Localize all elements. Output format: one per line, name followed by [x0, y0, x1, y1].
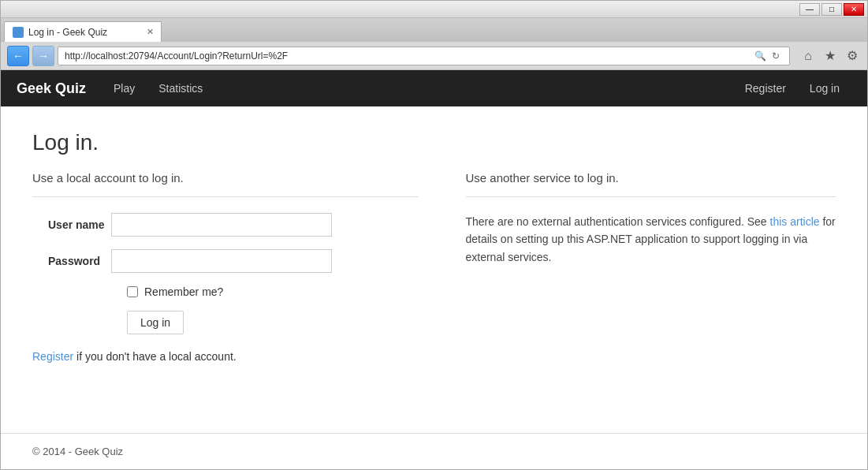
password-input[interactable] [111, 249, 332, 273]
title-bar: — □ ✕ [1, 1, 867, 18]
nav-right: Register Log in [733, 73, 851, 104]
this-article-link[interactable]: this article [770, 215, 820, 228]
site-nav: Geek Quiz Play Statistics Register Log i… [1, 70, 867, 106]
register-text: Register if you don't have a local accou… [32, 350, 419, 363]
page-title: Log in. [32, 130, 836, 155]
restore-button[interactable]: □ [821, 3, 842, 16]
content-grid: Use a local account to log in. User name… [32, 171, 836, 363]
external-text: There are no external authentication ser… [466, 213, 836, 266]
url-bar[interactable]: http://localhost:20794/Account/Login?Ret… [58, 47, 790, 65]
back-button[interactable]: ← [7, 46, 29, 66]
register-link[interactable]: Register [32, 350, 73, 363]
close-button[interactable]: ✕ [844, 3, 864, 16]
forward-button[interactable]: → [32, 46, 54, 66]
left-section: Use a local account to log in. User name… [32, 171, 419, 363]
title-bar-buttons: — □ ✕ [799, 3, 864, 16]
page-content: Geek Quiz Play Statistics Register Log i… [1, 70, 867, 469]
toolbar-icons: ⌂ ★ ⚙ [799, 47, 861, 65]
nav-register[interactable]: Register [733, 73, 798, 104]
external-login-subtitle: Use another service to log in. [466, 171, 836, 185]
left-divider [32, 196, 419, 197]
remember-me-checkbox[interactable] [127, 286, 138, 297]
remember-me-group: Remember me? [127, 285, 419, 298]
browser-window: — □ ✕ Log in - Geek Quiz ✕ ← → http://lo… [0, 0, 868, 470]
local-login-subtitle: Use a local account to log in. [32, 171, 419, 185]
password-group: Password [32, 249, 419, 273]
login-button[interactable]: Log in [127, 311, 184, 334]
remember-me-label: Remember me? [144, 285, 223, 298]
refresh-icon[interactable]: ↻ [769, 49, 783, 63]
tab-favicon-icon [13, 27, 24, 38]
username-group: User name [32, 213, 419, 237]
url-text: http://localhost:20794/Account/Login?Ret… [65, 50, 753, 62]
home-icon[interactable]: ⌂ [799, 47, 817, 65]
external-text-1: There are no external authentication ser… [466, 215, 770, 228]
username-label: User name [32, 218, 111, 231]
active-tab[interactable]: Log in - Geek Quiz ✕ [4, 21, 162, 42]
url-icons: 🔍 ↻ [753, 49, 783, 63]
site-brand[interactable]: Geek Quiz [17, 80, 86, 97]
address-bar: ← → http://localhost:20794/Account/Login… [1, 42, 867, 70]
tab-close-button[interactable]: ✕ [143, 26, 156, 39]
settings-icon[interactable]: ⚙ [844, 47, 861, 65]
main-content: Log in. Use a local account to log in. U… [1, 106, 867, 433]
register-suffix: if you don't have a local account. [76, 350, 237, 363]
nav-statistics[interactable]: Statistics [147, 73, 214, 104]
username-input[interactable] [111, 213, 332, 237]
tab-bar: Log in - Geek Quiz ✕ [1, 18, 867, 42]
right-divider [466, 196, 836, 197]
nav-links: Play Statistics [102, 73, 214, 104]
site-footer: © 2014 - Geek Quiz [1, 433, 867, 469]
search-icon[interactable]: 🔍 [753, 49, 767, 63]
password-label: Password [32, 255, 111, 267]
nav-play[interactable]: Play [102, 73, 147, 104]
minimize-button[interactable]: — [799, 3, 820, 16]
tab-title: Log in - Geek Quiz [28, 27, 107, 38]
right-section: Use another service to log in. There are… [450, 171, 836, 363]
footer-copyright: © 2014 - Geek Quiz [32, 446, 123, 457]
favorites-icon[interactable]: ★ [821, 47, 839, 65]
nav-login[interactable]: Log in [798, 73, 851, 104]
